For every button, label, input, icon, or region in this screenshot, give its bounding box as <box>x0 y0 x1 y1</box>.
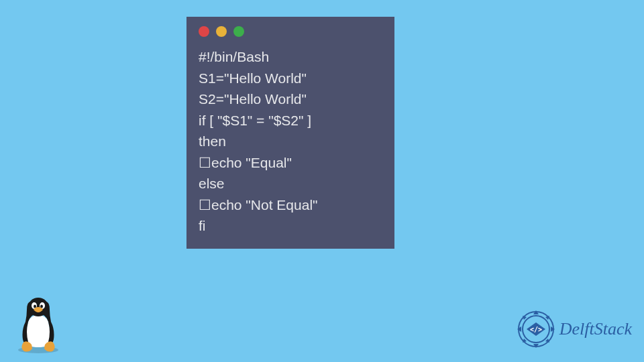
close-dot-icon <box>199 26 209 37</box>
code-line: #!/bin/Bash <box>199 49 269 64</box>
code-line: fi <box>199 218 206 233</box>
code-window: #!/bin/Bash S1="Hello World" S2="Hello W… <box>186 17 394 249</box>
code-line: else <box>199 176 225 191</box>
code-line: S2="Hello World" <box>199 91 307 107</box>
minimize-dot-icon <box>216 26 227 37</box>
maximize-dot-icon <box>233 26 244 37</box>
delftstack-label: DelftStack <box>559 319 632 339</box>
delftstack-brand: </> DelftStack <box>517 310 632 349</box>
delftstack-logo-icon: </> <box>517 310 555 349</box>
code-line: then <box>199 133 226 149</box>
svg-text:</>: </> <box>530 326 542 333</box>
code-line: ☐echo "Equal" <box>199 155 292 170</box>
code-line: S1="Hello World" <box>199 70 307 86</box>
window-controls <box>199 26 382 37</box>
linux-tux-icon <box>12 295 64 354</box>
code-line: ☐echo "Not Equal" <box>199 197 318 213</box>
code-block: #!/bin/Bash S1="Hello World" S2="Hello W… <box>199 46 382 237</box>
code-line: if [ "$S1" = "$S2" ] <box>199 113 311 128</box>
